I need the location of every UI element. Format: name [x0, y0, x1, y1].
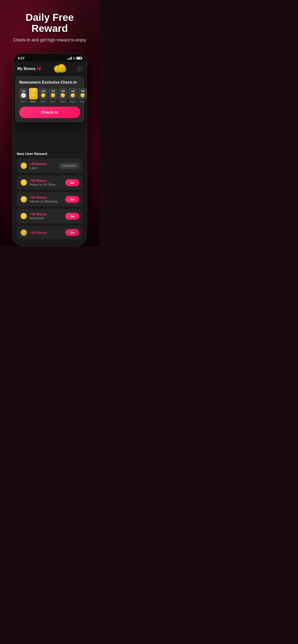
coin-icon-5: 🪙: [60, 93, 65, 98]
coin-icon-4: 🪙: [51, 93, 55, 98]
day-box-6: +40 🪙: [68, 88, 77, 100]
day-box-3: +40 🪙: [39, 88, 48, 100]
day-box-7: +60 🪙: [78, 88, 87, 100]
day-amount-2: +20: [32, 90, 35, 92]
day-box-2: +20 🪙: [29, 88, 38, 100]
day-box-4: +20 🪙: [49, 88, 57, 100]
day-label-7: Day 7: [80, 100, 85, 103]
battery-icon: [76, 57, 82, 60]
wifi-icon: ⊜: [73, 56, 75, 60]
header-section: Daily Free Reward Check-In and get high …: [0, 0, 99, 48]
battery-fill: [77, 58, 80, 59]
coin-icon-7: 🪙: [80, 93, 85, 98]
modal-overlay: Newcomers Exclusive Check-in +20 ✓ Day 1: [13, 62, 86, 246]
day-item-5: +20 🪙 Day 5: [59, 88, 67, 103]
day-amount-6: +40: [71, 90, 74, 92]
day-amount-1: +20: [22, 90, 25, 92]
day-item-4: +20 🪙 Day 4: [49, 88, 57, 103]
status-icons: ⊜: [67, 56, 82, 60]
day-item-7: +60 🪙 Day 7: [78, 88, 87, 103]
signal-icon: [67, 57, 72, 60]
phone-container: 9:27 ⊜ My Bonus: [0, 53, 99, 246]
day-amount-3: +40: [41, 90, 45, 92]
days-grid: +20 ✓ Day 1 +20 🪙: [19, 88, 80, 103]
page-subtitle: Check-In and get high reward to enjoy: [7, 37, 92, 43]
day-label-2: Day 2: [31, 100, 36, 103]
day-item-3: +40 🪙 Day 3: [39, 88, 48, 103]
day-box-5: +20 🪙: [59, 88, 67, 100]
status-time: 9:27: [18, 56, 25, 60]
day-item-2: +20 🪙 Day 2: [29, 88, 38, 103]
coin-icon-3: 🪙: [41, 93, 46, 98]
day-label-6: Day 6: [70, 100, 76, 103]
checkmark-icon-1: ✓: [21, 93, 26, 98]
checkin-modal-title: Newcomers Exclusive Check-in: [19, 80, 80, 84]
day-label-3: Day 3: [40, 100, 46, 103]
day-amount-5: +20: [61, 90, 65, 92]
day-label-4: Day 4: [50, 100, 56, 103]
checkin-modal: Newcomers Exclusive Check-in +20 ✓ Day 1: [15, 76, 84, 122]
status-bar: 9:27 ⊜: [13, 54, 86, 62]
day-box-1: +20 ✓: [19, 88, 28, 100]
day-amount-7: +60: [81, 90, 84, 92]
day-item-6: +40 🪙 Day 6: [68, 88, 77, 103]
phone-inner: My Bonus 10 ? Newcomers Exclusive Check-: [13, 62, 86, 246]
page-title: Daily Free Reward: [7, 12, 92, 34]
day-item-1: +20 ✓ Day 1: [19, 88, 28, 103]
coin-icon-2: 🪙: [31, 93, 36, 98]
checkin-button[interactable]: Check in: [19, 106, 80, 118]
day-amount-4: +20: [51, 90, 55, 92]
phone-frame: 9:27 ⊜ My Bonus: [13, 53, 87, 246]
coin-icon-6: 🪙: [70, 93, 75, 98]
page-wrapper: Daily Free Reward Check-In and get high …: [0, 0, 99, 246]
day-label-1: Day 1: [21, 100, 26, 103]
day-label-5: Day 5: [60, 100, 66, 103]
